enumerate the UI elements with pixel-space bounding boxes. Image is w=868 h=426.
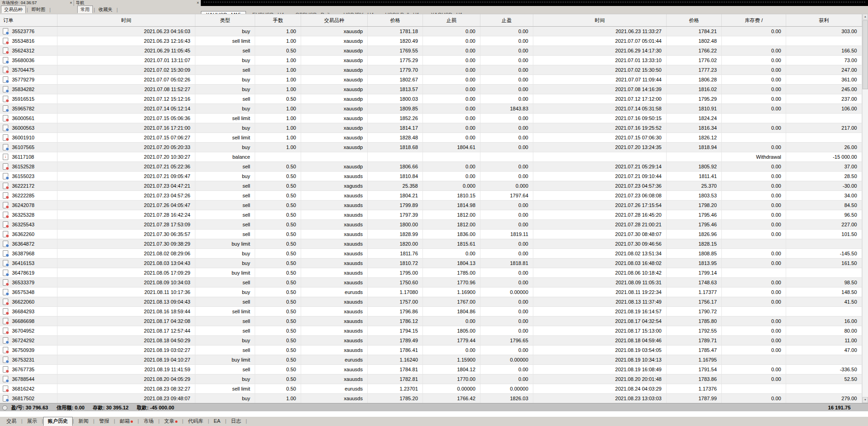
table-row[interactable]: 361075652021.07.20 05:20:33buy1.00xauusd… — [0, 143, 862, 152]
cell-7: 0.00 — [480, 56, 533, 65]
market-watch-tab-即时图[interactable]: 即时图 — [29, 6, 49, 13]
cell-11: 217.00 — [786, 123, 862, 132]
terminal-tab-账户历史[interactable]: 账户历史 — [43, 417, 73, 426]
vertical-scrollbar[interactable]: ▲ ▼ — [862, 14, 868, 403]
column-header-7[interactable]: 止盈 — [480, 14, 533, 26]
terminal-tab-交易[interactable]: 交易 — [2, 417, 21, 426]
terminal-tab-市场[interactable]: 市场 — [139, 417, 158, 426]
profit-loss-label: 盈/亏: — [11, 405, 24, 410]
table-row[interactable]: 359657822021.07.14 05:12:14buy1.00xauusd… — [0, 104, 862, 114]
table-row[interactable]: 367509392021.08.19 03:02:27sell0.50xauus… — [0, 345, 862, 355]
table-row[interactable]: 357044752021.07.02 15:30:09sell1.00xauus… — [0, 65, 862, 75]
cell-8: 2021.07.21 05:29:14 — [533, 162, 667, 171]
cell-2: sell limit — [195, 114, 255, 123]
summary-profit-loss: 盈/亏: 30 796.63 — [11, 404, 48, 411]
table-row[interactable]: 364786192021.08.05 17:09:29buy limit0.50… — [0, 268, 862, 278]
table-row[interactable]: 359165152021.07.12 15:12:16sell0.50xauus… — [0, 94, 862, 104]
navigator-close-icon[interactable]: × — [197, 0, 199, 6]
table-row[interactable]: 357792792021.07.07 05:02:26buy1.00xauusd… — [0, 75, 862, 85]
table-row[interactable]: 360005612021.07.15 05:06:36sell limit1.0… — [0, 114, 862, 123]
table-row[interactable]: 367677352021.08.19 11:41:59sell0.50xauus… — [0, 365, 862, 374]
column-header-10[interactable]: 库存费 / — [722, 14, 786, 26]
table-row[interactable]: 362221722021.07.23 04:47:21sell0.50xagus… — [0, 181, 862, 191]
order-number: 36222285 — [12, 193, 34, 198]
table-row[interactable]: 368162422021.08.23 08:32:27sell limit0.5… — [0, 384, 862, 394]
cell-5: 1804.21 — [368, 191, 423, 200]
table-row[interactable]: 362420782021.07.26 04:05:47sell0.50xauus… — [0, 201, 862, 210]
terminal-tab-文章[interactable]: 文章 — [160, 417, 182, 426]
column-header-6[interactable]: 止损 — [423, 14, 480, 26]
table-row[interactable]: 355348162021.06.23 12:16:43sell limit1.0… — [0, 36, 862, 46]
cell-2: sell — [195, 65, 255, 75]
sell-order-doc-icon — [3, 347, 8, 353]
column-header-9[interactable]: 价格 — [667, 14, 722, 26]
scroll-down-icon[interactable]: ▼ — [862, 397, 868, 403]
column-header-11[interactable]: 获利 — [786, 14, 862, 26]
table-row[interactable]: 365333792021.08.09 10:34:03sell0.50xauus… — [0, 278, 862, 288]
terminal-tab-EA[interactable]: EA — [209, 417, 225, 426]
table-row[interactable]: 363253282021.07.28 16:42:24sell0.50xauus… — [0, 210, 862, 220]
market-watch-close-icon[interactable]: × — [70, 0, 72, 6]
column-header-4[interactable]: 交易品种 — [301, 14, 368, 26]
sell-order-doc-icon — [3, 47, 8, 54]
table-row[interactable]: 360019102021.07.15 07:06:27sell limit1.0… — [0, 133, 862, 143]
table-row[interactable]: ↓361171082021.07.20 10:30:27balanceWithd… — [0, 152, 862, 162]
table-row[interactable]: 356800362021.07.01 13:11:07buy1.00xauusd… — [0, 56, 862, 65]
cell-11: 16.00 — [786, 317, 862, 326]
table-row[interactable]: 367885442021.08.20 04:05:29buy0.50xauusd… — [0, 374, 862, 384]
table-row[interactable]: 363879682021.08.02 08:29:06buy0.50xauusd… — [0, 249, 862, 259]
cell-8: 2021.08.18 04:59:46 — [533, 336, 667, 345]
table-row[interactable]: 355237762021.06.23 04:16:03buy1.00xauusd… — [0, 27, 862, 36]
navigator-tab-收藏夹[interactable]: 收藏夹 — [96, 6, 116, 13]
table-row[interactable]: 363255432021.07.28 17:53:09sell0.50xauus… — [0, 220, 862, 230]
column-header-5[interactable]: 价格 — [368, 14, 423, 26]
cell-0: 35680036 — [0, 56, 57, 65]
terminal-tab-代码库[interactable]: 代码库 — [183, 417, 208, 426]
cell-9: 1816.34 — [667, 123, 722, 132]
cell-4: xauusdp — [301, 94, 368, 104]
table-row[interactable]: 363622602021.07.30 06:35:57sell0.50xauus… — [0, 230, 862, 239]
table-row[interactable]: 367242922021.08.18 04:50:29buy0.50xauusd… — [0, 336, 862, 345]
table-row[interactable]: 362222852021.07.23 04:57:26sell0.50xauus… — [0, 191, 862, 201]
table-row[interactable]: 368175022021.08.23 09:48:07buy1.00xauusd… — [0, 394, 862, 403]
order-number: 36684293 — [12, 309, 34, 314]
sell-order-doc-icon — [3, 386, 8, 392]
cell-6: 1.16900 — [423, 288, 480, 297]
cell-5: 1852.26 — [368, 114, 423, 123]
cell-5: 1789.49 — [368, 336, 423, 345]
cell-4: xauusds — [301, 317, 368, 326]
cell-10: 0.00 — [722, 123, 786, 132]
navigator-tab-常用[interactable]: 常用 — [77, 6, 93, 13]
table-row[interactable]: 367049522021.08.17 12:57:44sell0.50xauus… — [0, 326, 862, 336]
terminal-tab-日志[interactable]: 日志 — [226, 417, 246, 426]
table-row[interactable]: 366220602021.08.13 09:04:43sell0.50xauus… — [0, 297, 862, 307]
cell-6: 1767.00 — [423, 297, 480, 306]
column-header-8[interactable]: 时间 — [533, 14, 667, 26]
cell-2: buy — [195, 104, 255, 113]
terminal-tab-展示[interactable]: 展示 — [23, 417, 42, 426]
scrollbar-thumb[interactable] — [862, 20, 868, 89]
cell-10: Withdrawal — [722, 152, 786, 161]
table-row[interactable]: 366842932021.08.16 18:59:44sell limit0.5… — [0, 307, 862, 317]
table-row[interactable]: 364161532021.08.03 13:04:43buy0.50xauusd… — [0, 259, 862, 268]
table-row[interactable]: 356243122021.06.29 11:05:45sell0.50xauus… — [0, 46, 862, 56]
table-row[interactable]: 366866982021.08.17 04:32:08sell0.50xauus… — [0, 317, 862, 326]
table-row[interactable]: 367532312021.08.19 04:10:27buy limit0.50… — [0, 355, 862, 365]
terminal-tab-邮箱[interactable]: 邮箱 — [115, 417, 137, 426]
table-row[interactable]: 360005632021.07.16 17:21:00buy1.00xauusd… — [0, 123, 862, 133]
terminal-tab-警报[interactable]: 警报 — [94, 417, 114, 426]
column-header-3[interactable]: 手数 — [255, 14, 301, 26]
column-header-0[interactable]: 订单 — [0, 14, 57, 26]
column-header-2[interactable]: 类型 — [195, 14, 255, 26]
scroll-up-icon[interactable]: ▲ — [862, 14, 868, 20]
table-row[interactable]: 365753482021.08.11 10:17:36buy0.50eurusd… — [0, 288, 862, 297]
order-number: 36788544 — [12, 376, 34, 382]
terminal-tab-新闻[interactable]: 新闻 — [74, 417, 93, 426]
market-watch-tab-交易品种[interactable]: 交易品种 — [1, 6, 26, 13]
table-row[interactable]: 363648722021.07.30 09:38:29buy limit0.50… — [0, 239, 862, 249]
table-row[interactable]: 358342822021.07.08 11:52:27buy1.00xauusd… — [0, 85, 862, 94]
table-row[interactable]: 361550232021.07.21 09:05:47buy0.50xauusd… — [0, 172, 862, 181]
column-header-1[interactable]: 时间 — [57, 14, 195, 26]
table-row[interactable]: 361525282021.07.21 05:22:36sell0.50xauus… — [0, 162, 862, 172]
cell-6: 0.00 — [423, 56, 480, 65]
